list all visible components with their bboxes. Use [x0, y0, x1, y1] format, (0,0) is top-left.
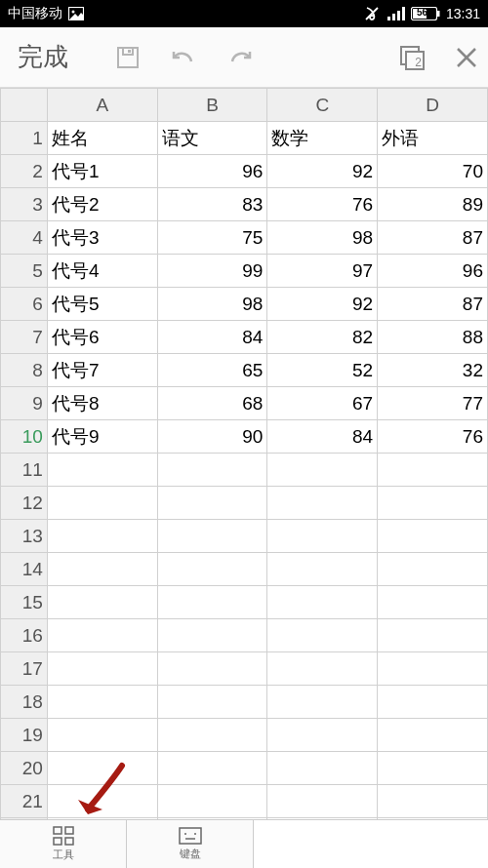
cell-D8[interactable]: 32	[378, 354, 488, 387]
cell-B2[interactable]: 96	[157, 155, 267, 188]
row-header-9[interactable]: 9	[1, 387, 48, 420]
done-button[interactable]: 完成	[10, 40, 76, 74]
cell-C19[interactable]	[267, 719, 378, 752]
cell-C8[interactable]: 52	[267, 354, 378, 387]
save-icon[interactable]	[115, 45, 141, 70]
cell-C1[interactable]: 数学	[267, 122, 378, 155]
row-header-20[interactable]: 20	[1, 752, 48, 785]
cell-B17[interactable]	[157, 652, 267, 686]
redo-icon[interactable]	[226, 46, 254, 69]
cell-D20[interactable]	[378, 752, 488, 785]
row-header-10[interactable]: 10	[1, 420, 48, 454]
cell-B3[interactable]: 83	[157, 188, 267, 221]
cell-A19[interactable]	[47, 719, 157, 752]
cell-B21[interactable]	[157, 785, 267, 818]
cell-A13[interactable]	[47, 520, 157, 553]
row-header-12[interactable]: 12	[1, 487, 48, 520]
tools-tab[interactable]: 工具	[0, 820, 127, 868]
cell-A14[interactable]	[47, 553, 157, 586]
cell-C11[interactable]	[267, 454, 378, 487]
cell-B12[interactable]	[157, 487, 267, 520]
cell-A7[interactable]: 代号6	[47, 321, 157, 354]
cell-C18[interactable]	[267, 686, 378, 719]
cell-C12[interactable]	[267, 487, 378, 520]
cell-A18[interactable]	[47, 686, 157, 719]
cell-B11[interactable]	[157, 454, 267, 487]
undo-icon[interactable]	[170, 46, 197, 69]
corner-cell[interactable]	[1, 89, 48, 122]
cell-A9[interactable]: 代号8	[47, 387, 157, 420]
cell-B18[interactable]	[157, 686, 267, 719]
cell-A21[interactable]	[47, 785, 157, 818]
cell-A4[interactable]: 代号3	[47, 221, 157, 255]
row-header-19[interactable]: 19	[1, 719, 48, 752]
cell-B20[interactable]	[157, 752, 267, 785]
cell-B5[interactable]: 99	[157, 255, 267, 288]
cell-B9[interactable]: 68	[157, 387, 267, 420]
cell-C21[interactable]	[267, 785, 378, 818]
cell-D18[interactable]	[378, 686, 488, 719]
cell-D14[interactable]	[378, 553, 488, 586]
cell-C20[interactable]	[267, 752, 378, 785]
row-header-16[interactable]: 16	[1, 619, 48, 652]
cell-C10[interactable]: 84	[267, 420, 378, 454]
cell-B14[interactable]	[157, 553, 267, 586]
cell-D4[interactable]: 87	[378, 221, 488, 255]
cell-B6[interactable]: 98	[157, 288, 267, 321]
cell-D19[interactable]	[378, 719, 488, 752]
cell-B7[interactable]: 84	[157, 321, 267, 354]
cell-C14[interactable]	[267, 553, 378, 586]
cell-C9[interactable]: 67	[267, 387, 378, 420]
cell-B4[interactable]: 75	[157, 221, 267, 255]
cell-C7[interactable]: 82	[267, 321, 378, 354]
cell-D13[interactable]	[378, 520, 488, 553]
row-header-13[interactable]: 13	[1, 520, 48, 553]
cell-D6[interactable]: 87	[378, 288, 488, 321]
row-header-3[interactable]: 3	[1, 188, 48, 221]
cell-C13[interactable]	[267, 520, 378, 553]
cell-A5[interactable]: 代号4	[47, 255, 157, 288]
row-header-18[interactable]: 18	[1, 686, 48, 719]
cell-D11[interactable]	[378, 454, 488, 487]
row-header-5[interactable]: 5	[1, 255, 48, 288]
cell-A2[interactable]: 代号1	[47, 155, 157, 188]
row-header-4[interactable]: 4	[1, 221, 48, 255]
cell-B13[interactable]	[157, 520, 267, 553]
cell-B19[interactable]	[157, 719, 267, 752]
cell-C15[interactable]	[267, 586, 378, 619]
cell-B1[interactable]: 语文	[157, 122, 267, 155]
cell-D15[interactable]	[378, 586, 488, 619]
close-icon[interactable]	[455, 46, 478, 69]
col-header-B[interactable]: B	[157, 89, 267, 122]
cell-A17[interactable]	[47, 652, 157, 686]
col-header-D[interactable]: D	[378, 89, 488, 122]
cell-D16[interactable]	[378, 619, 488, 652]
cell-A10[interactable]: 代号9	[47, 420, 157, 454]
row-header-15[interactable]: 15	[1, 586, 48, 619]
row-header-2[interactable]: 2	[1, 155, 48, 188]
col-header-C[interactable]: C	[267, 89, 378, 122]
row-header-11[interactable]: 11	[1, 454, 48, 487]
cell-A3[interactable]: 代号2	[47, 188, 157, 221]
row-header-14[interactable]: 14	[1, 553, 48, 586]
copy-icon[interactable]: 2	[398, 44, 426, 71]
cell-A20[interactable]	[47, 752, 157, 785]
cell-A1[interactable]: 姓名	[47, 122, 157, 155]
row-header-8[interactable]: 8	[1, 354, 48, 387]
cell-D3[interactable]: 89	[378, 188, 488, 221]
cell-C5[interactable]: 97	[267, 255, 378, 288]
row-header-21[interactable]: 21	[1, 785, 48, 818]
cell-C2[interactable]: 92	[267, 155, 378, 188]
cell-D2[interactable]: 70	[378, 155, 488, 188]
cell-D10[interactable]: 76	[378, 420, 488, 454]
row-header-7[interactable]: 7	[1, 321, 48, 354]
row-header-1[interactable]: 1	[1, 122, 48, 155]
cell-C3[interactable]: 76	[267, 188, 378, 221]
cell-D9[interactable]: 77	[378, 387, 488, 420]
cell-A8[interactable]: 代号7	[47, 354, 157, 387]
cell-B15[interactable]	[157, 586, 267, 619]
cell-C16[interactable]	[267, 619, 378, 652]
cell-A12[interactable]	[47, 487, 157, 520]
cell-A16[interactable]	[47, 619, 157, 652]
cell-A6[interactable]: 代号5	[47, 288, 157, 321]
